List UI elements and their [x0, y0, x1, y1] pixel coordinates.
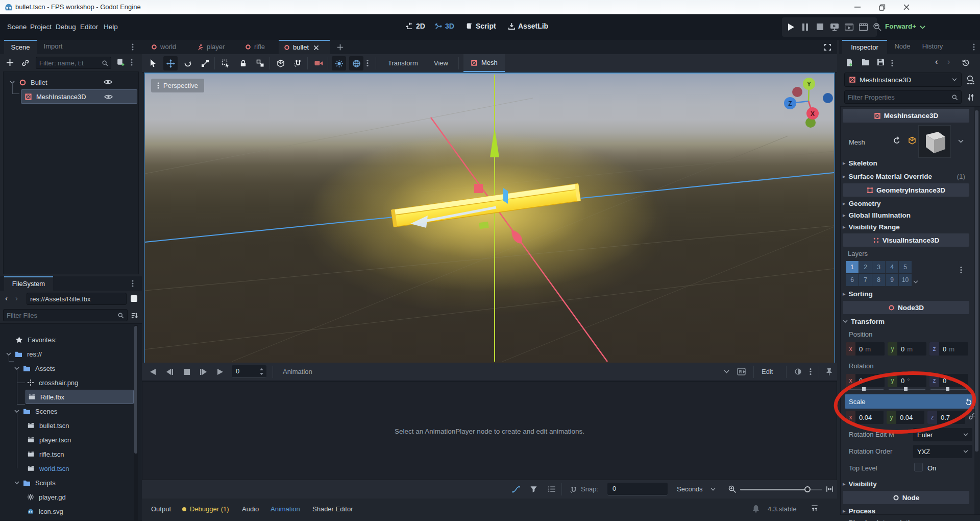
pin-icon[interactable] [826, 368, 832, 376]
new-tab-icon[interactable] [337, 44, 344, 51]
snap-value-field[interactable]: 0 [607, 483, 668, 495]
menu-project[interactable]: Project [30, 23, 52, 31]
position-y-field[interactable]: y0m [888, 342, 926, 356]
lock-button[interactable] [236, 56, 250, 70]
group-global-illumination[interactable]: ▸Global Illumination [843, 209, 911, 221]
tab-inspector[interactable]: Inspector [842, 40, 887, 54]
rotation-y-slider[interactable] [889, 389, 925, 390]
fs-row-icon-svg[interactable]: icon.svg [0, 504, 142, 518]
workspace-assetlib[interactable]: AssetLib [508, 22, 548, 30]
group-physics-interpolation[interactable]: ▸Physics Interpolation [843, 517, 918, 521]
nav-forward-icon[interactable]: › [15, 294, 18, 302]
path-field[interactable]: res://Assets/Rifle.fbx [27, 293, 127, 305]
visibility-eye-icon[interactable] [104, 79, 112, 85]
tab-scene[interactable]: Scene [4, 40, 37, 54]
rotation-x-slider[interactable] [847, 389, 884, 390]
ruler-mode-button[interactable] [274, 56, 288, 70]
layers-expand-icon[interactable] [913, 280, 918, 283]
inspector-dock-menu-icon[interactable] [973, 43, 975, 51]
visibility-eye-icon[interactable] [104, 93, 113, 100]
restore-button[interactable] [879, 4, 886, 11]
layer-7[interactable]: 7 [859, 274, 872, 286]
notification-bell-icon[interactable] [752, 505, 760, 513]
layer-3[interactable]: 3 [872, 261, 885, 273]
scale-x-field[interactable]: x0.04 [846, 411, 884, 424]
bezier-icon[interactable] [512, 485, 520, 493]
movie-mode-button[interactable] [845, 23, 853, 31]
group-transform[interactable]: Transform [843, 315, 885, 327]
rotation-x-field[interactable]: x0° [846, 374, 885, 387]
workspace-2d[interactable]: 2D [406, 22, 425, 30]
fit-to-panel-icon[interactable] [826, 485, 834, 493]
resource-options-icon[interactable] [891, 59, 893, 67]
open-docs-icon[interactable] [966, 75, 975, 85]
distraction-free-icon[interactable] [824, 43, 831, 51]
fs-row-rifle-tscn[interactable]: rifle.tscn [0, 447, 142, 461]
menu-editor[interactable]: Editor [80, 23, 98, 31]
rotation-order-select[interactable]: YXZ [913, 445, 972, 458]
inspector-scrollbar[interactable] [974, 107, 979, 514]
rotation-z-field[interactable]: z0° [929, 374, 968, 387]
remote-debug-button[interactable] [830, 22, 839, 32]
fs-row-player-gd[interactable]: player.gd [0, 490, 142, 504]
onion-skinning-icon[interactable] [794, 368, 802, 375]
history-back-icon[interactable]: ‹ [935, 57, 938, 66]
close-button[interactable] [903, 4, 910, 10]
fs-row-assets[interactable]: Assets [0, 361, 142, 375]
spinner-icon[interactable] [259, 368, 264, 375]
scene-filter-input[interactable]: Filter: name, t:t [36, 57, 111, 69]
layer-2[interactable]: 2 [859, 261, 872, 273]
tab-history[interactable]: History [917, 40, 948, 54]
top-level-checkbox[interactable] [914, 463, 923, 471]
scale-y-field[interactable]: y0.04 [887, 411, 924, 424]
edited-object-select[interactable]: MeshInstance3D [844, 73, 962, 87]
step-forward-icon[interactable] [200, 369, 207, 375]
save-resource-icon[interactable] [877, 58, 885, 66]
inspector-filter-input[interactable]: Filter Properties [844, 90, 962, 104]
layer-4[interactable]: 4 [886, 261, 898, 273]
animation-name-menu[interactable]: Animation [283, 368, 312, 375]
play-button[interactable] [788, 23, 795, 31]
view-menu[interactable]: View [434, 59, 448, 67]
transform-menu[interactable]: Transform [388, 59, 418, 67]
group-visibility-range[interactable]: ▸Visibility Range [843, 221, 900, 232]
fs-row-crosshair[interactable]: crosshair.png [0, 375, 142, 390]
animation-dropdown-icon[interactable] [724, 370, 729, 373]
group-process[interactable]: ▸Process [843, 505, 875, 516]
sort-files-icon[interactable] [131, 312, 138, 319]
sun-toggle-button[interactable] [332, 56, 346, 70]
filesystem-filter-input[interactable]: Filter Files [3, 309, 128, 321]
scene-dock-menu-icon[interactable] [132, 43, 134, 51]
stop-button[interactable] [817, 23, 823, 30]
fs-row-rifle[interactable]: Rifle.fbx [26, 390, 134, 404]
stop-animation-icon[interactable] [184, 369, 190, 375]
animation-button[interactable]: Animation [271, 505, 300, 513]
scene-tab-world[interactable]: world [146, 40, 190, 54]
move-tool-button[interactable] [163, 56, 178, 70]
debugger-button[interactable]: Debugger (1) [182, 505, 229, 513]
zoom-slider-handle[interactable] [804, 486, 811, 492]
group-sorting[interactable]: ▸Sorting [843, 288, 873, 300]
scale-tool-button[interactable] [198, 56, 212, 70]
pause-button[interactable] [802, 23, 808, 31]
revert-icon[interactable] [965, 398, 972, 406]
filter-tracks-icon[interactable] [530, 485, 537, 493]
audio-button[interactable]: Audio [242, 505, 259, 513]
snap-unit-select[interactable]: Seconds [673, 483, 720, 495]
snap-magnet-icon[interactable] [570, 485, 578, 493]
mesh-dropdown-icon[interactable] [958, 139, 964, 143]
track-list-icon[interactable] [548, 485, 556, 493]
workspace-3d[interactable]: 3D [435, 22, 454, 30]
fs-row-scripts[interactable]: Scripts [0, 476, 142, 490]
group-surface-material[interactable]: ▸Surface Material Override(1) [843, 170, 965, 182]
new-resource-icon[interactable] [845, 58, 853, 67]
select-result-button[interactable] [218, 56, 233, 70]
frame-field[interactable]: 0 [232, 365, 266, 378]
animation-menu-icon[interactable] [810, 368, 812, 375]
perspective-menu[interactable]: Perspective [151, 79, 204, 92]
position-x-field[interactable]: x0m [846, 342, 885, 356]
rotation-z-slider[interactable] [930, 389, 967, 390]
menu-scene[interactable]: Scene [7, 23, 27, 31]
workspace-script[interactable]: Script [466, 22, 496, 30]
renderer-select[interactable]: Forward+ [885, 22, 916, 30]
